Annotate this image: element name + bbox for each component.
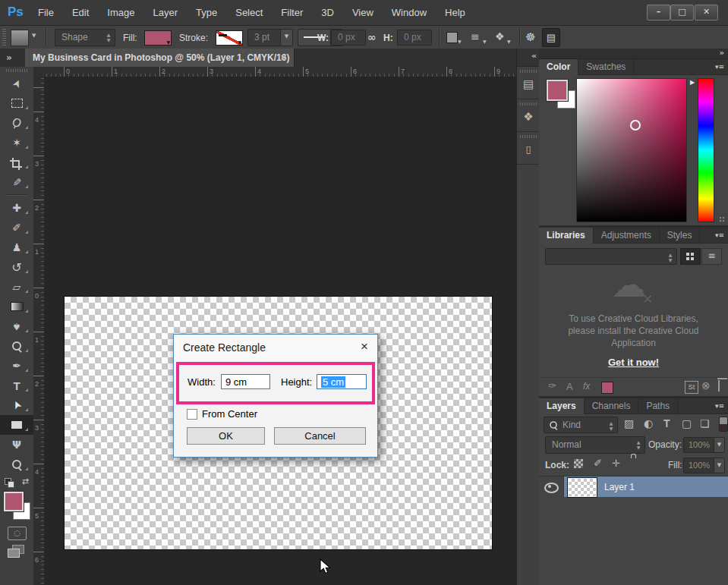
tool-preset-dropdown-icon[interactable]: ▼: [32, 33, 36, 39]
menu-3d[interactable]: 3D: [321, 7, 334, 18]
dialog-width-input[interactable]: 9 cm: [221, 374, 270, 389]
menu-window[interactable]: Window: [392, 7, 427, 18]
close-button[interactable]: ✕: [695, 5, 718, 20]
toggle-panels-button[interactable]: ▤: [542, 28, 560, 47]
filter-adjustment-layers-icon[interactable]: ◐: [644, 417, 653, 429]
crop-tool[interactable]: [0, 153, 33, 172]
layer-filter-select[interactable]: Kind: [544, 417, 618, 433]
path-operations-icon[interactable]: [446, 32, 458, 43]
properties-panel-icon[interactable]: ❖: [519, 107, 537, 127]
brush-tool[interactable]: ✐: [0, 218, 33, 237]
layer-row-body[interactable]: Layer 1: [564, 476, 728, 497]
layer-thumbnail[interactable]: [568, 478, 597, 497]
zoom-tool[interactable]: [0, 454, 33, 474]
move-tool[interactable]: ➤: [0, 74, 33, 93]
color-gradient-field[interactable]: [576, 78, 687, 222]
tab-styles[interactable]: Styles: [660, 228, 701, 244]
eye-icon[interactable]: [544, 483, 559, 493]
grid-view-button[interactable]: [680, 248, 701, 265]
tab-channels[interactable]: Channels: [585, 398, 639, 414]
libraries-panel-menu-icon[interactable]: ▾≡: [715, 231, 724, 239]
layer-row[interactable]: Layer 1: [539, 476, 728, 497]
add-fill-color-icon[interactable]: [601, 382, 613, 394]
collapse-toolbar-icon[interactable]: »: [6, 52, 12, 63]
gradient-tool[interactable]: [0, 297, 33, 316]
swap-colors-icon[interactable]: ⇄: [22, 476, 29, 486]
dialog-close-icon[interactable]: ×: [361, 339, 368, 354]
tab-libraries[interactable]: Libraries: [539, 228, 594, 244]
foreground-color-well[interactable]: [547, 80, 568, 101]
adobe-stock-icon[interactable]: St: [685, 381, 698, 394]
filter-smart-object-icon[interactable]: ❏: [700, 417, 710, 429]
menu-edit[interactable]: Edit: [72, 7, 89, 18]
add-graphic-icon[interactable]: ✑: [548, 380, 556, 392]
color-panel-menu-icon[interactable]: ▾≡: [715, 63, 724, 71]
ruler-corner[interactable]: [33, 67, 45, 77]
pen-tool[interactable]: ✒: [0, 356, 33, 376]
device-preview-panel-icon[interactable]: ▯: [519, 140, 537, 159]
menu-layer[interactable]: Layer: [153, 7, 178, 18]
options-bar-gripper[interactable]: [2, 29, 6, 46]
menu-type[interactable]: Type: [196, 7, 217, 18]
document-tab-close-icon[interactable]: ×: [280, 49, 287, 67]
tab-adjustments[interactable]: Adjustments: [594, 228, 660, 244]
trash-icon[interactable]: [718, 380, 720, 392]
dodge-tool[interactable]: [0, 336, 33, 356]
menu-help[interactable]: Help: [445, 7, 465, 18]
path-alignment-icon[interactable]: ≡: [471, 30, 480, 42]
ok-button[interactable]: OK: [187, 427, 265, 445]
foreground-color-swatch[interactable]: [4, 492, 24, 511]
dialog-title-bar[interactable]: Create Rectangle ×: [174, 335, 377, 360]
filter-shape-layers-icon[interactable]: ▢: [682, 417, 692, 429]
menu-view[interactable]: View: [352, 7, 373, 18]
history-brush-tool[interactable]: ↺: [0, 257, 33, 277]
hue-slider-marker-icon[interactable]: ▶: [690, 79, 695, 86]
dialog-height-input[interactable]: 5 cm: [317, 374, 367, 389]
get-it-now-link[interactable]: Get it now!: [608, 357, 659, 368]
filter-image-layers-icon[interactable]: ▨: [624, 417, 634, 429]
lasso-tool[interactable]: Ϙ: [0, 113, 33, 133]
tab-paths[interactable]: Paths: [638, 398, 678, 414]
layer-filter-toggle[interactable]: [719, 417, 728, 432]
stroke-width-select[interactable]: 3 pt ▼: [247, 29, 293, 46]
screen-mode-button[interactable]: [8, 545, 26, 558]
hand-tool[interactable]: Ψ: [0, 435, 33, 454]
layer-name[interactable]: Layer 1: [604, 482, 635, 492]
stroke-swatch[interactable]: ▼: [216, 30, 243, 46]
history-panel-icon[interactable]: ▤: [519, 74, 537, 94]
filter-type-layers-icon[interactable]: T: [663, 417, 670, 429]
minimize-button[interactable]: –: [647, 5, 670, 20]
blend-mode-select[interactable]: Normal: [545, 436, 645, 454]
h-ruler[interactable]: 0123456789: [44, 67, 516, 77]
menu-file[interactable]: File: [38, 7, 54, 18]
layer-visibility-cell[interactable]: [539, 476, 564, 497]
rail-gripper[interactable]: [520, 102, 537, 105]
tab-color[interactable]: Color: [539, 59, 578, 75]
add-layer-style-icon[interactable]: fx: [583, 381, 590, 392]
cc-sync-icon[interactable]: ⊗: [701, 379, 711, 392]
expand-panels-icon[interactable]: «: [531, 51, 537, 61]
lock-transparency-icon[interactable]: [574, 459, 583, 468]
type-tool[interactable]: T: [0, 376, 33, 395]
rail-gripper[interactable]: [520, 70, 537, 73]
blur-tool[interactable]: ♠: [0, 316, 33, 336]
path-selection-tool[interactable]: ➤: [0, 395, 33, 415]
toolbar-gripper[interactable]: [6, 69, 27, 72]
rail-gripper[interactable]: [520, 135, 537, 138]
opacity-input[interactable]: 100% ▼: [683, 437, 725, 453]
cancel-button[interactable]: Cancel: [274, 427, 366, 445]
lock-position-icon[interactable]: ✛: [612, 458, 620, 469]
clone-stamp-tool[interactable]: ♟: [0, 237, 33, 257]
maximize-button[interactable]: □: [670, 5, 694, 20]
layers-panel-menu-icon[interactable]: ▾≡: [715, 402, 724, 410]
fill-amount-input[interactable]: 100% ▼: [683, 458, 725, 473]
tool-preset-icon[interactable]: [11, 30, 29, 46]
marquee-tool[interactable]: [0, 93, 33, 113]
add-character-style-icon[interactable]: A: [566, 381, 573, 392]
shape-width-input[interactable]: 0 px: [331, 30, 366, 46]
document-tab[interactable]: My Business Card in Photoshop @ 50% (Lay…: [25, 49, 295, 67]
default-colors-bg-icon[interactable]: [8, 481, 14, 488]
tab-swatches[interactable]: Swatches: [578, 59, 634, 75]
eyedropper-tool[interactable]: ✎: [0, 172, 33, 192]
v-ruler[interactable]: 43210123456: [33, 77, 45, 585]
